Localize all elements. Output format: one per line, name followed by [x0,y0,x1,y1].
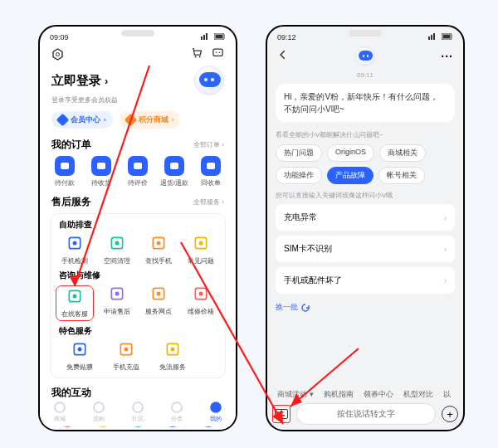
service-item[interactable]: 手机检测 [56,235,94,265]
notch [121,30,154,37]
diamond-icon [56,114,70,127]
service-item[interactable]: 免费贴膜 [61,341,99,372]
service-item[interactable]: 查找手机 [139,235,178,265]
svg-point-38 [171,348,175,352]
svg-rect-14 [134,163,142,169]
back-button[interactable] [277,49,289,64]
svg-rect-49 [428,37,430,40]
svg-rect-0 [201,37,203,40]
service-item[interactable]: 申请售后 [98,285,136,321]
category-pill[interactable]: 商城相关 [379,144,426,162]
svg-rect-51 [433,33,435,40]
chevron-right-icon: › [444,245,447,254]
group2-title: 咨询与维修 [54,270,222,285]
bottom-tab[interactable]: 商城活动 ▾ [277,389,314,400]
bottom-tab[interactable]: 以 [443,389,451,400]
plus-button[interactable]: + [442,406,458,422]
chat-timestamp: 09:11 [276,71,455,79]
login-subtitle: 登录享受更多会员权益 [40,95,236,109]
chevron-right-icon: › [444,276,447,285]
category-pill[interactable]: 热门问题 [276,144,322,162]
svg-rect-55 [277,411,279,413]
svg-point-6 [56,53,60,56]
bottom-tab[interactable]: 机型对比 [403,389,433,400]
tab-item[interactable]: 我的 [209,401,222,423]
tab-icon [92,401,105,414]
service-item[interactable]: 在线客服 [56,285,94,321]
more-icon[interactable]: ··· [441,50,453,63]
order-item[interactable]: 待付款 [47,156,82,187]
tab-item[interactable]: 分类 [170,401,183,423]
service-icon [193,235,209,255]
service-item[interactable]: 空间清理 [98,235,136,265]
after-header: 售后服务 全部服务 › [40,192,236,212]
service-icon [71,341,88,361]
service-icon [164,341,181,361]
svg-point-36 [124,348,129,352]
service-icon [109,285,125,305]
orders-more[interactable]: 全部订单 › [193,140,224,149]
after-box: 自助排查 手机检测空间清理查找手机常见问题 咨询与维修 在线客服申请售后服务网点… [50,213,226,378]
tab-item[interactable]: 选购 [92,401,105,423]
group1-title: 自助排查 [54,219,222,234]
orders-row: 待付款待收货待评价退货/退款回收单 [40,154,236,192]
svg-point-24 [198,241,203,246]
category-pill[interactable]: 帐号相关 [378,167,425,184]
order-item[interactable]: 回收单 [193,156,228,187]
service-item[interactable]: 手机充值 [107,341,145,372]
svg-rect-16 [207,163,215,169]
service-item[interactable]: 常见问题 [182,235,220,265]
svg-point-47 [172,402,182,412]
category-pill[interactable]: 产品故障 [327,167,374,184]
faq-item[interactable]: 手机或配件坏了› [276,267,455,294]
service-icon [193,285,209,305]
message-icon[interactable] [212,46,224,62]
svg-point-44 [55,402,65,412]
service-item[interactable]: 服务网点 [139,285,178,321]
order-item[interactable]: 待收货 [84,156,119,187]
status-icons [426,33,453,41]
order-icon [55,156,75,176]
order-item[interactable]: 待评价 [120,156,155,187]
service-item[interactable]: 维修价格 [182,285,220,321]
service-item[interactable]: 免流服务 [154,341,192,372]
refresh-button[interactable]: 换一批 [276,299,455,313]
keyboard-icon[interactable] [272,405,290,423]
group1-row: 手机检测空间清理查找手机常见问题 [54,234,222,266]
cart-icon[interactable] [191,46,203,62]
order-icon [164,156,184,176]
svg-rect-4 [216,35,223,39]
bottom-scroll[interactable]: 商城活动 ▾购机指南领券中心机型对比以 [267,389,463,400]
notch [349,30,382,37]
header [40,43,236,64]
svg-point-32 [198,292,203,296]
category-pill[interactable]: 功能操作 [276,167,322,184]
phone-right: 09:12 ··· 09:11 Hi，亲爱的V粉，新年快乐！有什么问题，不妨问问… [266,25,465,431]
svg-rect-54 [276,410,288,419]
faq-item[interactable]: 充电异常› [276,204,455,231]
tab-icon [170,401,183,414]
tab-item[interactable]: 商城 [53,401,66,423]
after-more[interactable]: 全部服务 › [193,197,224,207]
chip-points[interactable]: 积分商城› [120,111,181,129]
service-icon [109,235,125,255]
bottom-tab[interactable]: 购机指南 [324,389,354,400]
login-row[interactable]: 立即登录 › [40,64,236,95]
svg-point-45 [94,402,104,412]
chip-member[interactable]: 会员中心› [51,111,113,129]
order-item[interactable]: 退货/退款 [157,156,192,187]
bottom-tab[interactable]: 领券中心 [364,389,393,400]
category-pill[interactable]: OriginOS [327,144,374,162]
voice-input[interactable]: 按住说话转文字 [296,403,436,425]
svg-rect-2 [206,33,208,40]
suggestion-subtitle: 您可以直接输入关键词或像这样问小V哦 [276,191,455,200]
avatar[interactable] [194,66,224,95]
faq-item[interactable]: SIM卡不识别› [276,236,455,262]
svg-point-7 [195,56,197,58]
category-pills: 热门问题OriginOS商城相关功能操作产品故障帐号相关 [276,144,455,184]
service-icon [66,288,83,308]
tab-icon [209,401,222,414]
svg-rect-12 [61,163,69,169]
settings-icon[interactable] [51,48,64,61]
tab-item[interactable]: 社区 [131,401,144,423]
